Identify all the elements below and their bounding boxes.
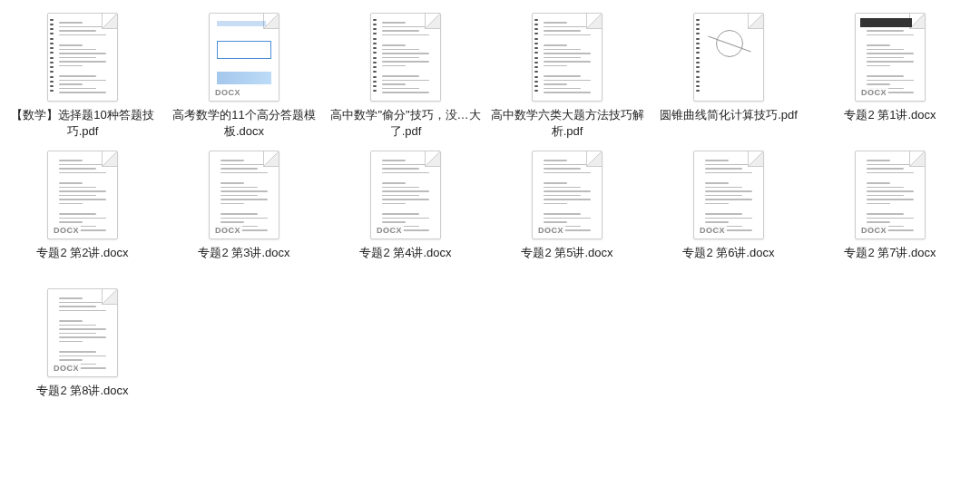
file-name-label: 专题2 第2讲.docx	[36, 245, 128, 277]
file-type-badge: DOCX	[213, 88, 242, 97]
file-thumbnail-icon	[47, 13, 118, 102]
file-type-badge: DOCX	[859, 226, 888, 235]
file-thumbnail-icon	[370, 13, 441, 102]
file-type-badge: DOCX	[859, 88, 888, 97]
file-name-label: 专题2 第3讲.docx	[198, 245, 289, 277]
file-type-badge: DOCX	[536, 226, 565, 235]
file-type-badge: DOCX	[375, 226, 404, 235]
file-item[interactable]: 高中数学六类大题方法技巧解析.pdf	[486, 9, 648, 147]
file-name-label: 高中数学"偷分"技巧，没…大了.pdf	[328, 107, 483, 140]
file-item[interactable]: DOCX专题2 第6讲.docx	[648, 147, 809, 285]
file-name-label: 圆锥曲线简化计算技巧.pdf	[660, 107, 798, 140]
file-item[interactable]: 圆锥曲线简化计算技巧.pdf	[648, 9, 809, 147]
file-thumbnail-icon: DOCX	[47, 151, 118, 239]
file-name-label: 专题2 第5讲.docx	[521, 245, 612, 277]
file-thumbnail-icon: DOCX	[855, 151, 926, 239]
file-item[interactable]: DOCX专题2 第5讲.docx	[486, 147, 648, 285]
file-name-label: 专题2 第7讲.docx	[844, 245, 936, 277]
file-item[interactable]: DOCX专题2 第7讲.docx	[809, 147, 971, 285]
file-thumbnail-icon	[532, 13, 603, 102]
file-thumbnail-icon: DOCX	[855, 13, 926, 102]
file-type-badge: DOCX	[52, 226, 81, 235]
file-item[interactable]: 高中数学"偷分"技巧，没…大了.pdf	[325, 9, 486, 147]
file-name-label: 专题2 第1讲.docx	[844, 107, 936, 140]
file-name-label: 专题2 第8讲.docx	[36, 383, 128, 415]
file-type-badge: DOCX	[52, 364, 81, 373]
file-name-label: 专题2 第4讲.docx	[359, 245, 451, 277]
file-item[interactable]: DOCX专题2 第1讲.docx	[809, 9, 971, 147]
file-thumbnail-icon: DOCX	[532, 151, 603, 239]
file-type-badge: DOCX	[213, 226, 242, 235]
file-item[interactable]: DOCX专题2 第4讲.docx	[325, 147, 486, 285]
file-thumbnail-icon: DOCX	[370, 151, 441, 239]
file-name-label: 【数学】选择题10种答题技巧.pdf	[5, 107, 160, 140]
file-item[interactable]: DOCX专题2 第2讲.docx	[2, 147, 163, 285]
file-thumbnail-icon: DOCX	[47, 288, 118, 377]
file-name-label: 高中数学六类大题方法技巧解析.pdf	[490, 107, 644, 140]
file-name-label: 高考数学的11个高分答题模板.docx	[167, 107, 321, 140]
file-type-badge: DOCX	[698, 226, 727, 235]
file-thumbnail-icon: DOCX	[209, 151, 279, 239]
file-name-label: 专题2 第6讲.docx	[682, 245, 774, 277]
file-item[interactable]: DOCX专题2 第3讲.docx	[163, 147, 325, 285]
file-thumbnail-icon	[693, 13, 764, 102]
file-item[interactable]: 【数学】选择题10种答题技巧.pdf	[2, 9, 163, 147]
file-thumbnail-icon: DOCX	[209, 13, 279, 102]
file-item[interactable]: DOCX高考数学的11个高分答题模板.docx	[163, 9, 325, 147]
file-grid: 【数学】选择题10种答题技巧.pdfDOCX高考数学的11个高分答题模板.doc…	[0, 0, 980, 423]
file-thumbnail-icon: DOCX	[693, 151, 764, 239]
file-item[interactable]: DOCX专题2 第8讲.docx	[2, 285, 163, 423]
